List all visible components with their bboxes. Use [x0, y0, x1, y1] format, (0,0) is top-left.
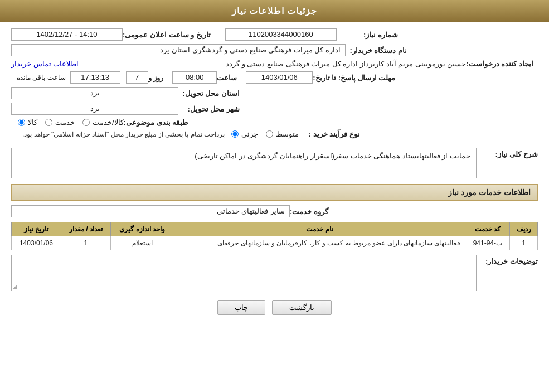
cell-qty: 1 [61, 236, 110, 250]
category-kala-label: کالا [28, 118, 37, 127]
cell-row: 1 [510, 236, 538, 250]
creator-person: حسین بورموبینی مریم آباد کاربرداز اداره … [81, 60, 467, 68]
need-number-value: 1102003344000160 [225, 28, 337, 41]
back-button[interactable]: بازگشت [272, 300, 332, 315]
col-unit: واحد اندازه گیری [110, 222, 174, 236]
creator-label: ایجاد کننده درخواست: [466, 60, 533, 68]
purchase-type-label: نوع فرآیند خرید : [299, 130, 360, 138]
province-row: استان محل تحویل: یزد [11, 87, 538, 99]
services-section-title: اطلاعات خدمات مورد نیاز [11, 184, 538, 201]
category-row: طبقه بندی موضوعی: کالا/خدمت خدمت کالا [11, 118, 538, 127]
items-table: ردیف کد خدمت نام خدمت واحد اندازه گیری ت… [11, 222, 538, 250]
buyer-org-value: اداره کل میراث فرهنگی صنایع دستی و گردشگ… [11, 44, 346, 56]
deadline-days: 7 [126, 71, 148, 84]
province-value: یزد [11, 87, 178, 99]
table-row: 1 ب-94-941 فعالیتهای سازمانهای دارای عضو… [12, 236, 538, 250]
creator-row: ایجاد کننده درخواست: حسین بورموبینی مریم… [11, 60, 538, 68]
col-row: ردیف [510, 222, 538, 236]
deadline-time: 08:00 [172, 71, 217, 84]
deadline-remaining: 17:13:13 [70, 71, 120, 84]
purchase-type-motavaset[interactable]: متوسط [265, 130, 299, 138]
category-kala-khedmat-label: کالا/خدمت [93, 118, 124, 127]
need-desc-section: شرح کلی نیاز: حمایت از فعالیتهابستاد هما… [11, 148, 538, 178]
need-number-row: شماره نیاز: 1102003344000160 تاریخ و ساع… [11, 28, 538, 41]
city-row: شهر محل تحویل: یزد [11, 103, 538, 115]
purchase-type-jozei-label: جزئی [241, 130, 258, 138]
category-khedmat-label: خدمت [55, 118, 75, 127]
announce-label: تاریخ و ساعت اعلان عمومی: [123, 31, 211, 39]
purchase-type-motavaset-radio[interactable] [266, 130, 273, 138]
resize-icon: ◢ [13, 283, 17, 289]
city-value: یزد [11, 103, 178, 115]
province-label: استان محل تحویل: [178, 89, 240, 98]
purchase-type-options: متوسط جزئی [230, 130, 299, 138]
print-button[interactable]: چاپ [217, 300, 265, 315]
purchase-type-motavaset-label: متوسط [276, 130, 299, 138]
col-date: تاریخ نیاز [12, 222, 61, 236]
city-label: شهر محل تحویل: [178, 105, 240, 113]
cell-date: 1403/01/06 [12, 236, 61, 250]
col-name: نام خدمت [174, 222, 465, 236]
page-title: جزئیات اطلاعات نیاز [0, 0, 549, 22]
buyer-notes-section: توضیحات خریدار: ◢ [11, 255, 538, 291]
cell-code: ب-94-941 [465, 236, 510, 250]
buttons-row: بازگشت چاپ [11, 300, 538, 315]
need-desc-content: حمایت از فعالیتهابستاد هماهنگی خدمات سفر… [11, 148, 477, 178]
purchase-type-jozei-radio[interactable] [231, 130, 239, 138]
category-khedmat-radio[interactable] [45, 119, 52, 126]
category-khedmat[interactable]: خدمت [44, 118, 75, 127]
cell-unit: استعلام [110, 236, 174, 250]
announce-value: 1402/12/27 - 14:10 [11, 28, 123, 41]
category-kala-radio[interactable] [18, 119, 25, 126]
need-desc-value: حمایت از فعالیتهابستاد هماهنگی خدمات سفر… [11, 148, 477, 178]
deadline-row: مهلت ارسال پاسخ: تا تاریخ: 1403/01/06 سا… [11, 71, 538, 84]
col-qty: تعداد / مقدار [61, 222, 110, 236]
service-group-value: سایر فعالیتهای خدماتی [11, 205, 290, 217]
buyer-org-row: نام دستگاه خریدار: اداره کل میراث فرهنگی… [11, 44, 538, 56]
contact-info-link[interactable]: اطلاعات تماس خریدار [11, 60, 79, 68]
separator-1 [11, 143, 538, 143]
category-options: کالا/خدمت خدمت کالا [17, 118, 124, 127]
purchase-type-note: پرداخت تمام یا بخشی از مبلغ خریدار محل "… [22, 130, 225, 138]
buyer-notes-label: توضیحات خریدار: [477, 255, 538, 265]
buyer-notes-box: ◢ [11, 255, 477, 291]
deadline-label: مهلت ارسال پاسخ: تا تاریخ: [313, 74, 395, 82]
buyer-org-label: نام دستگاه خریدار: [346, 46, 407, 55]
purchase-type-row: نوع فرآیند خرید : متوسط جزئی پرداخت تمام… [11, 130, 538, 138]
service-group-row: گروه خدمت: سایر فعالیتهای خدماتی [11, 205, 538, 217]
category-kala-khedmat[interactable]: کالا/خدمت [81, 118, 124, 127]
deadline-time-label: ساعت [217, 74, 237, 82]
need-desc-label: شرح کلی نیاز: [477, 148, 538, 158]
category-kala-khedmat-radio[interactable] [82, 119, 90, 126]
category-kala[interactable]: کالا [17, 118, 37, 127]
col-code: کد خدمت [465, 222, 510, 236]
need-number-label: شماره نیاز: [337, 31, 398, 39]
category-label: طبقه بندی موضوعی: [124, 118, 188, 127]
deadline-remaining-label: ساعت باقی مانده [17, 74, 66, 81]
deadline-days-label: روز و [148, 74, 164, 82]
cell-name: فعالیتهای سازمانهای دارای عضو مربوط به ک… [174, 236, 465, 250]
deadline-date: 1403/01/06 [246, 71, 313, 84]
service-group-label: گروه خدمت: [290, 207, 328, 216]
purchase-type-jozei[interactable]: جزئی [230, 130, 258, 138]
